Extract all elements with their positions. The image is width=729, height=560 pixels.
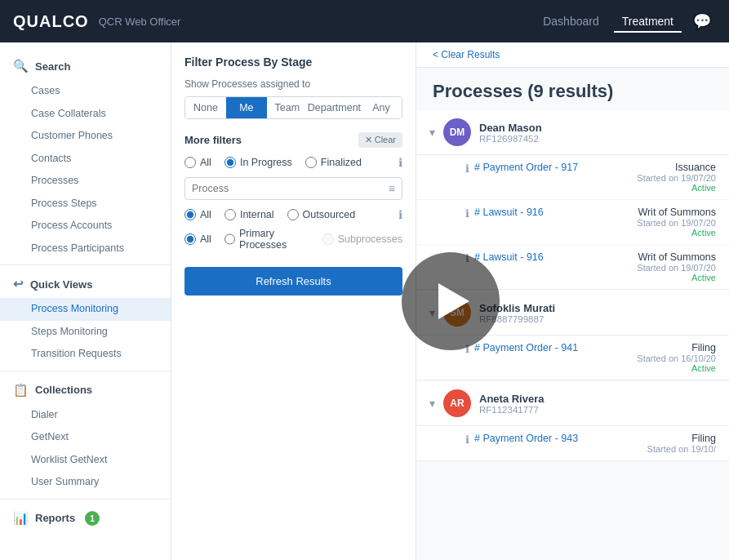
sidebar-item-process-accounts[interactable]: Process Accounts [0,215,171,238]
sidebar-item-contacts[interactable]: Contacts [0,148,171,171]
tab-none[interactable]: None [185,97,226,118]
result-item-dm-0: ℹ # Payment Order - 917 Issuance Started… [416,155,729,200]
result-date-dm-2: Started on 19/07/20 [602,263,716,273]
reports-header[interactable]: 📊 Reports 1 [0,504,171,532]
sidebar-item-process-monitoring[interactable]: Process Monitoring [0,298,171,321]
tab-department[interactable]: Department [308,97,361,118]
divider-2 [0,371,171,371]
dashboard-link[interactable]: Dashboard [535,10,607,33]
type-subprocess-radio[interactable] [322,233,334,245]
type-all-radio[interactable] [184,233,196,245]
result-meta-dm-1: Writ of Summons Started on 19/07/20 Acti… [602,207,716,238]
tab-any[interactable]: Any [361,97,402,118]
type-primary-radio[interactable] [224,233,235,245]
result-date-dm-0: Started on 19/07/20 [602,173,716,183]
clear-results-bar[interactable]: < Clear Results [416,42,729,68]
status-all-radio[interactable] [184,157,196,168]
tab-team[interactable]: Team [267,97,308,118]
status-all[interactable]: All [184,157,211,168]
top-navigation: QUALCO QCR Web Officer Dashboard Treatme… [0,0,729,42]
group-ref-dm: RF126987452 [479,134,716,144]
sidebar-item-processes[interactable]: Processes [0,170,171,193]
sidebar-item-cases[interactable]: Cases [0,80,171,103]
status-finalized[interactable]: Finalized [305,157,362,168]
type-radio-row: All Primary Processes Subprocesses [184,228,402,251]
sidebar-item-customer-phones[interactable]: Customer Phones [0,125,171,148]
group-ref-sm: RF8887799887 [479,314,716,324]
collections-header: 📋 Collections [0,376,171,404]
group-chevron-dm[interactable]: ▾ [429,126,435,139]
video-play-overlay[interactable] [402,252,500,350]
source-radio-row: All Internal Outsourced ℹ [184,208,402,221]
search-label: Search [35,60,70,73]
app-name: QCR Web Officer [99,16,181,28]
sidebar-item-dialer[interactable]: Dialer [0,404,171,427]
result-status-sm-0: Active [602,363,716,373]
filter-title: Filter Process By Stage [184,56,402,69]
source-outsourced-radio[interactable] [287,209,299,220]
sidebar-item-process-steps[interactable]: Process Steps [0,193,171,216]
result-meta-ar-0: Filing Started on 19/10/ [602,433,716,454]
topnav-right: Dashboard Treatment 💬 [535,7,716,35]
reports-badge: 1 [85,511,100,526]
result-type-dm-2: Writ of Summons [602,251,716,263]
group-chevron-ar[interactable]: ▾ [429,397,435,410]
status-info-icon: ℹ [398,156,402,169]
source-internal[interactable]: Internal [224,209,274,220]
search-header: 🔍 Search [0,52,171,80]
play-icon [438,283,469,319]
result-link-dm-0[interactable]: # Payment Order - 917 [474,162,578,173]
sidebar-item-steps-monitoring[interactable]: Steps Monitoring [0,321,171,344]
sidebar-item-getnext[interactable]: GetNext [0,426,171,449]
result-link-sm-0[interactable]: # Payment Order - 941 [474,342,578,353]
type-subprocess[interactable]: Subprocesses [322,233,402,245]
status-finalized-radio[interactable] [305,157,317,168]
collections-section: 📋 Collections Dialer GetNext Worklist Ge… [0,376,171,494]
group-name-ar: Aneta Rivera [479,393,716,405]
result-info-icon: ℹ [465,162,469,175]
result-meta-dm-2: Writ of Summons Started on 19/07/20 Acti… [602,251,716,282]
filter-icon[interactable]: ≡ [389,182,395,195]
filter-panel: Filter Process By Stage Show Processes a… [171,42,416,560]
sidebar-item-transition-requests[interactable]: Transition Requests [0,343,171,366]
result-link-dm-1[interactable]: # Lawsuit - 916 [474,207,544,218]
group-ref-ar: RF112341777 [479,405,716,415]
sidebar-item-case-collaterals[interactable]: Case Collaterals [0,103,171,126]
source-internal-radio[interactable] [224,209,236,220]
result-status-dm-1: Active [602,228,716,238]
reports-section: 📊 Reports 1 [0,504,171,532]
result-link-ar-0[interactable]: # Payment Order - 943 [474,433,578,444]
refresh-button[interactable]: Refresh Results [184,267,402,296]
treatment-link[interactable]: Treatment [614,10,682,33]
type-primary[interactable]: Primary Processes [224,228,309,251]
filter-and-results: Filter Process By Stage Show Processes a… [171,42,729,560]
result-date-sm-0: Started on 16/10/20 [602,353,716,363]
result-group-header-ar: ▾ AR Aneta Rivera RF112341777 [416,381,729,426]
result-group-header-dm: ▾ DM Dean Mason RF126987452 [416,110,729,155]
process-search-input[interactable] [192,183,389,194]
main-content: Filter Process By Stage Show Processes a… [171,42,729,560]
collections-icon: 📋 [13,383,29,398]
status-in-progress[interactable]: In Progress [224,157,292,168]
source-all[interactable]: All [184,209,211,220]
process-search-row: ≡ [184,177,402,200]
group-info-dm: Dean Mason RF126987452 [479,122,716,144]
sidebar-item-process-participants[interactable]: Process Participants [0,238,171,260]
result-link-dm-2[interactable]: # Lawsuit - 916 [474,251,544,263]
quick-views-header: ↩ Quick Views [0,270,171,298]
sidebar-item-worklist-getnext[interactable]: Worklist GetNext [0,449,171,472]
result-type-dm-0: Issuance [602,162,716,173]
logo: QUALCO [13,12,89,31]
source-outsourced[interactable]: Outsourced [287,209,356,220]
sidebar-item-user-summary[interactable]: User Summary [0,471,171,494]
clear-button[interactable]: ✕ Clear [358,132,402,148]
tab-me[interactable]: Me [226,97,267,118]
result-type-ar-0: Filing [602,433,716,444]
type-all[interactable]: All [184,233,211,245]
status-inprogress-radio[interactable] [224,157,236,168]
status-radio-group: All In Progress Finalized ℹ [184,156,402,169]
group-name-dm: Dean Mason [479,122,716,134]
source-all-radio[interactable] [184,209,196,220]
chat-icon[interactable]: 💬 [688,7,716,35]
search-section: 🔍 Search Cases Case Collaterals Customer… [0,52,171,260]
